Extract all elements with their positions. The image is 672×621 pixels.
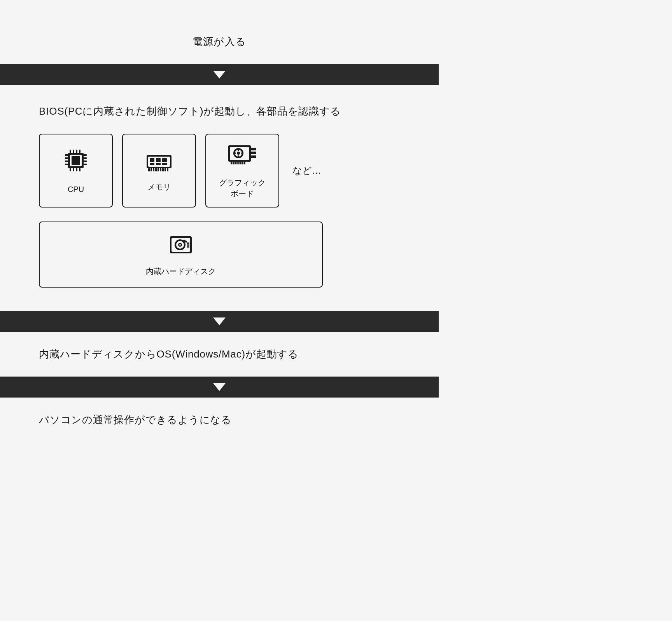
svg-point-40 (237, 152, 240, 155)
svg-rect-46 (234, 162, 236, 164)
os-text: 内蔵ハードディスクからOS(Windows/Mac)が起動する (39, 347, 299, 361)
svg-rect-30 (155, 168, 157, 171)
svg-rect-51 (244, 162, 245, 164)
svg-rect-28 (150, 168, 152, 171)
components-row: CPU (39, 134, 321, 208)
step-power: 電源が入る (0, 23, 439, 64)
svg-rect-59 (187, 242, 189, 244)
svg-rect-33 (162, 168, 164, 171)
page-wrapper: 電源が入る BIOS(PCに内蔵された制御ソフト)が起動し、各部品を認識する (0, 0, 439, 473)
arrow-down-icon-3 (213, 383, 226, 391)
arrow-separator-1 (0, 64, 439, 85)
step-bios: BIOS(PCに内蔵された制御ソフト)が起動し、各部品を認識する (0, 85, 439, 311)
svg-rect-43 (251, 155, 256, 158)
svg-rect-23 (162, 158, 167, 162)
svg-rect-34 (164, 168, 166, 171)
step-normal: パソコンの通常操作ができるようになる (0, 398, 439, 442)
svg-rect-3 (70, 150, 71, 153)
gpu-label: グラフィック ボード (219, 177, 266, 199)
gpu-card: グラフィック ボード (205, 134, 279, 208)
svg-rect-50 (242, 162, 243, 164)
svg-rect-49 (240, 162, 242, 164)
svg-rect-25 (156, 163, 161, 165)
hdd-label: 内蔵ハードディスク (146, 266, 216, 277)
svg-rect-44 (231, 162, 232, 164)
svg-rect-12 (65, 157, 68, 159)
svg-rect-35 (167, 168, 168, 171)
cpu-icon (62, 147, 90, 178)
memory-label: メモリ (147, 181, 171, 192)
hdd-card: 内蔵ハードディスク (39, 222, 323, 288)
arrow-down-icon-1 (213, 71, 226, 78)
step-os: 内蔵ハードディスクからOS(Windows/Mac)が起動する (0, 332, 439, 377)
memory-icon (145, 149, 173, 176)
svg-rect-26 (162, 163, 167, 165)
normal-text: パソコンの通常操作ができるようになる (39, 413, 232, 427)
svg-rect-18 (84, 164, 87, 165)
cpu-label: CPU (68, 184, 84, 195)
svg-rect-16 (84, 157, 87, 159)
bios-title: BIOS(PCに内蔵された制御ソフト)が起動し、各部品を認識する (39, 105, 341, 118)
svg-rect-42 (251, 152, 256, 154)
svg-rect-8 (73, 168, 74, 171)
svg-rect-10 (79, 168, 80, 171)
svg-rect-24 (150, 163, 154, 165)
svg-rect-7 (70, 168, 71, 171)
svg-rect-31 (158, 168, 159, 171)
gpu-icon (228, 142, 257, 172)
svg-rect-29 (153, 168, 154, 171)
svg-rect-4 (73, 150, 74, 153)
arrow-separator-2 (0, 311, 439, 332)
arrow-separator-3 (0, 377, 439, 398)
nado-text: など… (292, 164, 321, 177)
arrow-down-icon-2 (213, 317, 226, 325)
svg-rect-32 (160, 168, 161, 171)
svg-rect-11 (65, 154, 68, 156)
svg-rect-14 (65, 164, 68, 165)
svg-rect-15 (84, 154, 87, 156)
svg-rect-41 (251, 148, 256, 150)
svg-rect-5 (76, 150, 77, 153)
power-text: 電源が入る (192, 35, 247, 49)
svg-rect-6 (79, 150, 80, 153)
svg-rect-21 (150, 158, 154, 162)
svg-rect-17 (84, 160, 87, 162)
svg-point-57 (179, 244, 181, 246)
svg-rect-60 (187, 244, 189, 246)
cpu-card: CPU (39, 134, 113, 208)
memory-card: メモリ (122, 134, 196, 208)
svg-rect-9 (76, 168, 77, 171)
svg-rect-27 (148, 168, 150, 171)
svg-rect-48 (238, 162, 240, 164)
svg-rect-2 (72, 156, 80, 165)
svg-rect-61 (187, 246, 189, 248)
hdd-icon (168, 232, 193, 261)
svg-rect-22 (156, 158, 161, 162)
svg-rect-13 (65, 160, 68, 162)
svg-rect-45 (233, 162, 234, 164)
svg-rect-47 (236, 162, 238, 164)
